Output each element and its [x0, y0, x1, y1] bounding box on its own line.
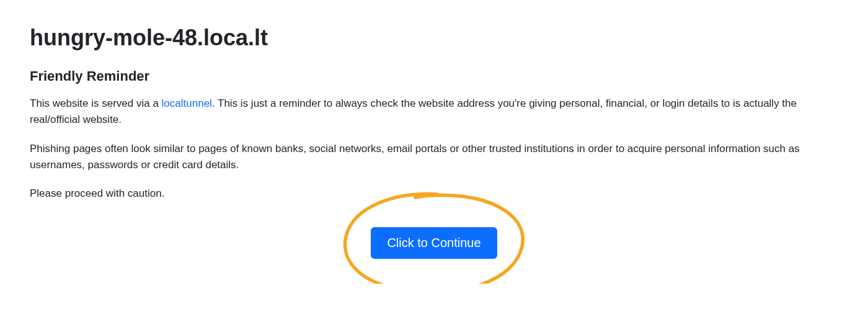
page-title: hungry-mole-48.loca.lt — [30, 25, 838, 51]
button-wrap: Click to Continue — [371, 227, 497, 259]
intro-paragraph: This website is served via a localtunnel… — [30, 96, 838, 128]
localtunnel-link[interactable]: localtunnel — [162, 97, 212, 109]
continue-button[interactable]: Click to Continue — [371, 227, 497, 259]
button-area: Click to Continue — [30, 227, 838, 259]
reminder-heading: Friendly Reminder — [30, 68, 838, 84]
caution-paragraph: Please proceed with caution. — [30, 186, 838, 202]
phishing-paragraph: Phishing pages often look similar to pag… — [30, 141, 838, 174]
intro-text-pre: This website is served via a — [30, 97, 162, 109]
